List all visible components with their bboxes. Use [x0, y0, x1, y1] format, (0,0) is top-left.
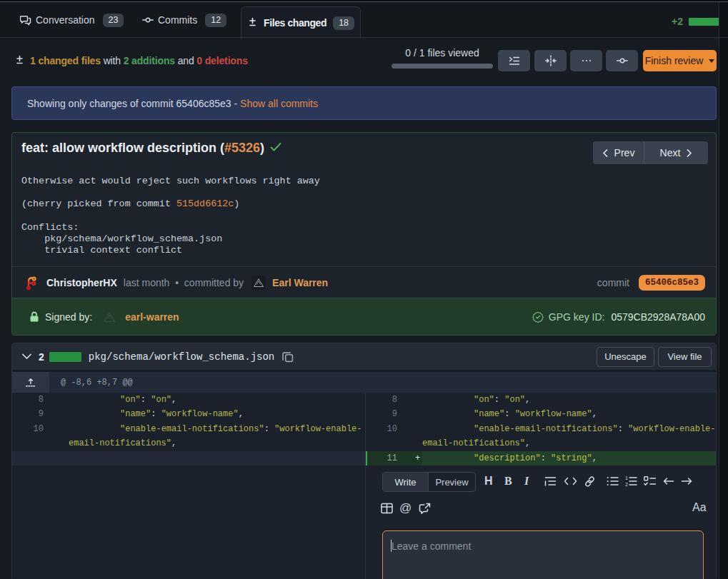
svg-text:2: 2: [625, 482, 628, 486]
svg-text:1: 1: [625, 476, 628, 480]
